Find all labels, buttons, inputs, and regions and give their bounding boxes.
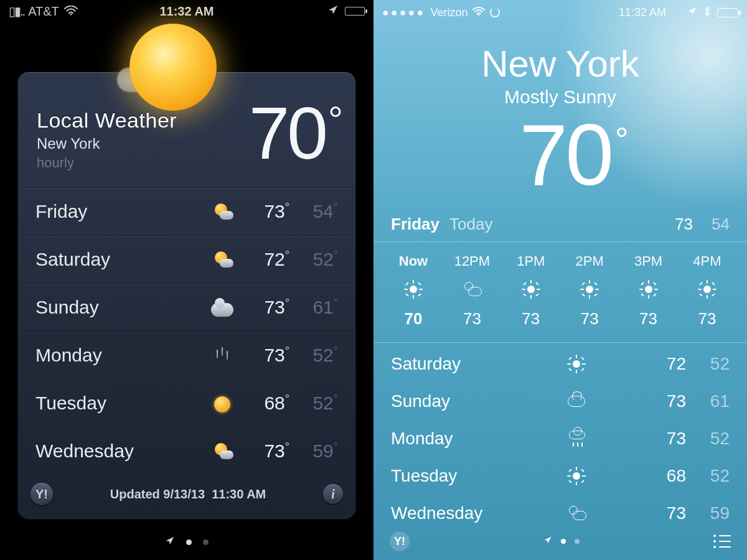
current-temp: 70° (374, 111, 747, 198)
today-day: Friday (391, 215, 439, 234)
high-temp: 73° (241, 201, 289, 222)
low-temp: 52° (289, 249, 338, 270)
svg-point-1 (478, 14, 480, 16)
today-label: Today (449, 215, 492, 234)
high-temp: 73 (642, 391, 686, 411)
carrier-label: AT&T (28, 4, 59, 19)
forecast-list: Friday73°54°Saturday72°52°Sunday73°61°Mo… (18, 187, 355, 475)
page-indicator[interactable] (165, 536, 209, 549)
status-bar: ●●●●● Verizon 11:32 AM (374, 0, 747, 25)
day-label: Wednesday (391, 503, 568, 523)
daily-row: Saturday7252 (374, 345, 747, 383)
low-temp: 59 (686, 503, 730, 523)
high-temp: 73 (642, 503, 686, 523)
day-label: Friday (35, 201, 204, 222)
hourly-column: 1PM73 (505, 253, 557, 329)
low-temp: 61° (289, 297, 338, 318)
sun-icon (568, 467, 585, 485)
forecast-row[interactable]: Monday73°52° (18, 332, 355, 380)
high-temp: 73° (241, 297, 289, 318)
day-label: Tuesday (391, 466, 568, 486)
list-view-button[interactable] (713, 534, 731, 548)
low-temp: 54° (289, 201, 338, 222)
daily-row: Wednesday7359 (374, 495, 747, 532)
signal-dots-icon: ●●●●● (382, 6, 425, 19)
battery-icon (717, 8, 738, 17)
hour-temp: 73 (463, 309, 481, 329)
hour-temp: 73 (639, 309, 657, 329)
rain-icon (213, 347, 232, 366)
hour-temp: 73 (581, 309, 599, 329)
clock-label: 11:32 AM (619, 6, 666, 19)
day-label: Monday (391, 429, 568, 449)
forecast-row[interactable]: Sunday73°61° (18, 284, 355, 332)
clock-label: 11:32 AM (159, 4, 214, 19)
current-temp: 70° (249, 91, 341, 175)
sun-icon (568, 355, 585, 373)
partly-cloudy-icon (463, 281, 481, 298)
forecast-row[interactable]: Wednesday73°59° (18, 427, 355, 475)
card-footer: Y! Updated 9/13/13 11:30 AM i (18, 475, 355, 513)
city-label: New York (374, 42, 747, 85)
hourly-column: 4PM73 (681, 253, 733, 329)
condition-label: Mostly Sunny (374, 86, 747, 108)
carrier-label: Verizon (430, 6, 467, 19)
updated-label: Updated 9/13/13 11:30 AM (110, 487, 266, 502)
high-temp: 73° (241, 441, 289, 462)
page-dot (203, 539, 209, 545)
wifi-icon (472, 6, 485, 19)
sun-icon (405, 281, 422, 298)
sun-icon (581, 281, 598, 298)
battery-icon (345, 7, 365, 16)
forecast-row[interactable]: Tuesday68°52° (18, 380, 355, 427)
today-summary-row: Friday Today 73 54 (374, 215, 747, 242)
signal-bars-icon: ▯▮.. (9, 4, 24, 19)
hour-label: 1PM (517, 253, 545, 269)
low-temp: 52 (686, 354, 730, 374)
low-temp: 59° (289, 441, 338, 462)
today-high: 73 (675, 215, 693, 234)
status-bar: ▯▮.. AT&T 11:32 AM (0, 0, 374, 22)
hourly-column: Now70 (387, 253, 439, 329)
info-button[interactable]: i (323, 484, 343, 504)
location-arrow-icon (543, 536, 552, 547)
daily-row: Sunday7361 (374, 383, 747, 420)
day-label: Wednesday (35, 441, 204, 462)
sun-cloud-icon (211, 251, 233, 270)
cloud-icon (211, 303, 233, 317)
page-dot (561, 539, 566, 544)
bluetooth-icon (703, 6, 711, 20)
page-indicator[interactable] (543, 536, 580, 547)
daily-forecast[interactable]: Saturday7252Sunday7361Monday7352Tuesday6… (374, 343, 747, 532)
hour-label: 4PM (693, 253, 721, 269)
hour-label: Now (399, 253, 428, 269)
hour-temp: 73 (522, 309, 540, 329)
card-header: Local Weather New York hourly 70° (18, 72, 355, 187)
forecast-row[interactable]: Friday73°54° (18, 188, 355, 236)
partly-cloudy-icon (568, 505, 585, 522)
high-temp: 73° (241, 345, 289, 366)
weather-header: New York Mostly Sunny 70° (374, 42, 747, 198)
hourly-column: 2PM73 (563, 253, 616, 329)
yahoo-button[interactable]: Y! (31, 483, 53, 505)
hourly-forecast[interactable]: Now7012PM731PM732PM733PM734PM73 (374, 242, 747, 343)
loading-spinner-icon (490, 7, 500, 17)
low-temp: 61 (686, 391, 730, 411)
hour-label: 12PM (454, 253, 490, 269)
high-temp: 72 (642, 354, 686, 374)
location-arrow-icon (327, 4, 339, 19)
day-label: Tuesday (35, 393, 204, 414)
ios6-weather-screen: ▯▮.. AT&T 11:32 AM Local Weather New Yor… (0, 0, 374, 560)
cloud-icon (568, 393, 585, 410)
high-temp: 68 (642, 466, 686, 486)
low-temp: 52° (289, 393, 338, 414)
daily-row: Tuesday6852 (374, 457, 747, 495)
wifi-icon (64, 4, 78, 19)
day-label: Sunday (391, 391, 568, 411)
footer-bar: Y! (374, 531, 747, 551)
low-temp: 52° (289, 345, 338, 366)
forecast-row[interactable]: Saturday72°52° (18, 236, 355, 284)
yahoo-button[interactable]: Y! (390, 531, 410, 551)
ios7-weather-screen: ●●●●● Verizon 11:32 AM New York Mostly S… (374, 0, 747, 560)
sun-icon (640, 281, 657, 298)
